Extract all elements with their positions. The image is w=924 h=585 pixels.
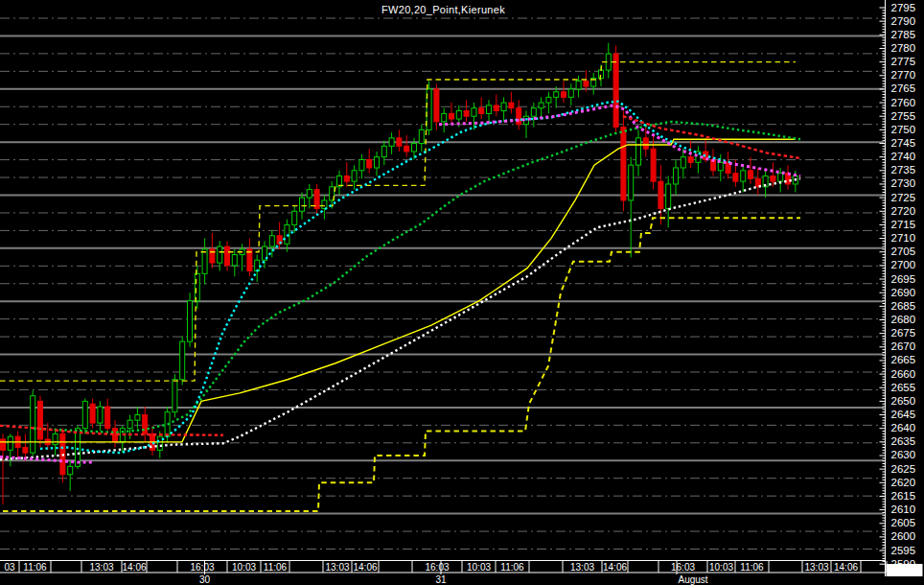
date-label: August xyxy=(679,574,708,585)
candle-up xyxy=(674,168,679,184)
y-axis-label: 2650 xyxy=(891,395,916,407)
candle-down xyxy=(1,439,6,450)
candle-down xyxy=(658,181,663,208)
time-label: 10:03 xyxy=(467,562,491,573)
y-axis-label: 2630 xyxy=(891,449,916,460)
y-axis: 2590259526002605261026152620262526302635… xyxy=(880,0,916,576)
y-axis-label: 2660 xyxy=(891,368,916,380)
candle-up xyxy=(568,89,573,97)
candle-down xyxy=(509,103,514,108)
price-chart[interactable]: 2590259526002605261026152620262526302635… xyxy=(0,0,924,585)
candle-down xyxy=(621,128,626,200)
candle-down xyxy=(562,92,566,98)
candle-up xyxy=(76,429,81,467)
candle-down xyxy=(434,89,439,122)
y-axis-label: 2715 xyxy=(891,219,916,230)
y-axis-label: 2740 xyxy=(891,151,916,162)
candle-down xyxy=(404,146,409,152)
y-axis-label: 2635 xyxy=(891,435,916,447)
time-label: 14:06 xyxy=(834,562,858,573)
y-axis-label: 2755 xyxy=(891,110,916,122)
candle-up xyxy=(269,236,274,246)
y-axis-label: 2700 xyxy=(891,259,916,270)
date-label: 30 xyxy=(199,574,211,585)
y-axis-label: 2640 xyxy=(891,422,916,433)
candle-up xyxy=(98,407,103,423)
candle-up xyxy=(218,246,222,263)
candle-up xyxy=(442,113,447,121)
time-label: 14:06 xyxy=(122,562,146,573)
y-axis-label: 2780 xyxy=(891,42,916,54)
candle-up xyxy=(741,171,746,181)
y-axis-label: 2645 xyxy=(891,409,916,420)
candle-up xyxy=(456,111,461,119)
chart-title: FW20,20_Point,Kierunek xyxy=(0,0,887,17)
candle-up xyxy=(300,198,305,211)
time-label: 11:06 xyxy=(500,562,524,573)
candle-up xyxy=(599,70,604,78)
time-label: 03 xyxy=(4,562,15,573)
candle-down xyxy=(90,404,95,423)
y-axis-label: 2665 xyxy=(891,354,916,365)
time-label: 11:06 xyxy=(23,562,47,573)
y-axis-label: 2750 xyxy=(891,124,916,135)
candle-up xyxy=(629,165,634,200)
y-axis-label: 2625 xyxy=(891,463,916,475)
y-axis-label: 2745 xyxy=(891,137,916,149)
time-label: 13:03 xyxy=(89,562,113,573)
y-axis-label: 2705 xyxy=(891,246,916,257)
time-label: 16:03 xyxy=(190,562,214,573)
candle-up xyxy=(352,171,357,181)
candle-down xyxy=(225,246,230,266)
candle-down xyxy=(397,138,402,146)
candle-up xyxy=(195,273,199,300)
candle-down xyxy=(494,105,498,111)
candle-up xyxy=(173,380,177,412)
candle-up xyxy=(389,138,394,146)
y-axis-label: 2680 xyxy=(891,314,916,325)
y-axis-label: 2735 xyxy=(891,164,916,176)
y-axis-label: 2615 xyxy=(891,490,916,502)
chart-window: 2590259526002605261026152620262526302635… xyxy=(0,0,924,585)
candle-down xyxy=(613,54,618,127)
candle-up xyxy=(501,103,506,110)
time-label: 10:03 xyxy=(709,562,733,573)
y-axis-label: 2695 xyxy=(891,273,916,285)
candle-down xyxy=(38,401,43,439)
y-axis-label: 2785 xyxy=(891,29,916,40)
candle-down xyxy=(210,249,215,263)
candle-up xyxy=(307,190,312,198)
candle-down xyxy=(479,108,484,114)
candle-down xyxy=(23,447,28,453)
y-axis-label: 2775 xyxy=(891,56,916,67)
candle-down xyxy=(450,113,454,119)
candle-up xyxy=(412,144,417,152)
y-axis-label: 2790 xyxy=(891,15,916,27)
candle-down xyxy=(733,174,738,181)
candle-up xyxy=(681,157,685,168)
candle-up xyxy=(531,108,536,116)
y-axis-label: 2675 xyxy=(891,327,916,339)
candle-up xyxy=(188,301,193,341)
time-label: 10:03 xyxy=(232,562,256,573)
candle-down xyxy=(643,138,648,149)
time-label: 11:06 xyxy=(264,562,288,573)
time-label: 16:03 xyxy=(425,562,449,573)
candle-up xyxy=(31,396,35,453)
candle-up xyxy=(127,420,132,428)
y-axis-label: 2765 xyxy=(891,82,916,94)
candle-up xyxy=(636,138,641,165)
time-label: 16:03 xyxy=(671,562,695,573)
candle-up xyxy=(292,211,297,224)
candle-up xyxy=(157,436,162,450)
y-axis-label: 2605 xyxy=(891,517,916,528)
candle-up xyxy=(778,174,783,181)
candle-up xyxy=(718,162,723,170)
candle-up xyxy=(68,466,73,474)
y-axis-label: 2760 xyxy=(891,97,916,108)
corner-box xyxy=(887,564,923,576)
candle-down xyxy=(464,111,469,117)
candle-up xyxy=(546,97,551,103)
candle-up xyxy=(419,129,424,143)
candle-up xyxy=(53,433,58,444)
